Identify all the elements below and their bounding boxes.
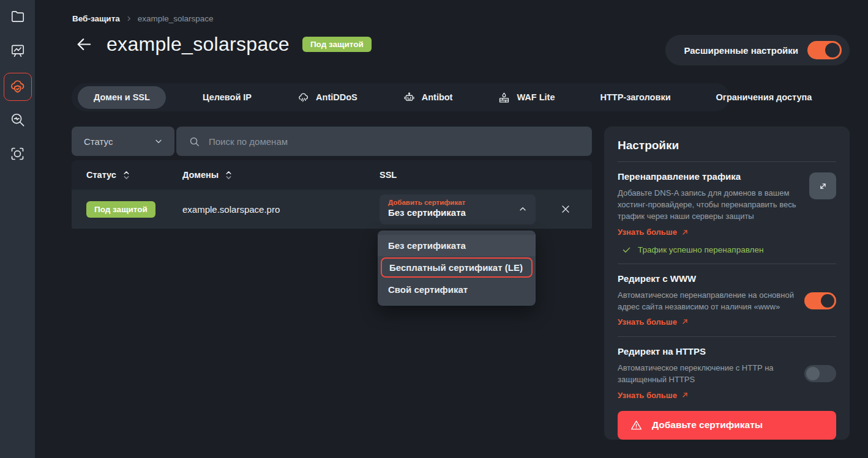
www-redirect-section: Редирект с WWW Автоматическое перенаправ…	[618, 273, 836, 327]
traffic-status: Трафик успешно перенаправлен	[618, 245, 836, 254]
page-header: example_solarspace Под защитой	[75, 33, 372, 56]
tab-access-restrictions[interactable]: Ограничения доступа	[708, 86, 821, 109]
ssl-certificate-select[interactable]: Добавить сертификат Без сертификата	[380, 194, 536, 224]
column-header-ssl: SSL	[380, 170, 553, 180]
sidebar	[0, 0, 35, 458]
settings-title: Настройки	[618, 139, 836, 152]
status-label: Трафик успешно перенаправлен	[638, 245, 763, 254]
ssl-option-no-certificate[interactable]: Без сертификата	[378, 235, 536, 256]
settings-panel: Настройки Перенаправление трафика Добавь…	[604, 127, 850, 440]
section-description: Автоматическое перенаправление на основн…	[618, 289, 803, 312]
row-status-badge: Под защитой	[86, 201, 155, 218]
traffic-redirect-section: Перенаправление трафика Добавьте DNS-A з…	[618, 171, 836, 254]
divider	[618, 264, 836, 264]
status-filter-label: Статус	[84, 136, 113, 147]
expand-button[interactable]	[809, 172, 836, 199]
advanced-settings-toggle[interactable]	[807, 41, 842, 59]
tab-label: Целевой IP	[203, 92, 252, 102]
option-label: Бесплатный сертификат (LE)	[389, 262, 523, 273]
tab-antibot[interactable]: Antibot	[394, 86, 462, 109]
search-icon	[189, 136, 200, 147]
status-filter-select[interactable]: Статус	[72, 127, 174, 156]
learn-more-link[interactable]: Узнать больше	[618, 227, 689, 237]
link-label: Узнать больше	[618, 227, 677, 237]
close-icon	[560, 204, 571, 215]
sidebar-item-analytics-search[interactable]	[9, 110, 27, 128]
robot-icon	[403, 91, 416, 104]
sort-icon[interactable]	[224, 170, 233, 180]
warning-triangle-icon	[630, 419, 643, 432]
column-header-domains[interactable]: Домены	[182, 170, 380, 180]
scan-icon	[9, 146, 26, 162]
ssl-select-value: Без сертификата	[388, 207, 511, 218]
chevron-right-icon	[125, 15, 132, 22]
page-title: example_solarspace	[107, 33, 290, 56]
ssl-option-own-certificate[interactable]: Свой сертификат	[378, 279, 536, 300]
tab-bar: Домен и SSL Целевой IP AntiDDoS Antibot …	[72, 83, 730, 111]
ssl-select-label: Добавить сертификат	[388, 199, 511, 206]
column-label: Статус	[86, 170, 116, 180]
section-title: Перенаправление трафика	[618, 171, 836, 182]
sidebar-item-projects[interactable]	[9, 7, 27, 26]
link-label: Узнать больше	[618, 317, 677, 327]
breadcrumb: Веб-защита example_solarspace	[72, 14, 214, 23]
toggle-knob	[825, 43, 840, 57]
back-button[interactable]	[75, 35, 94, 54]
chevron-up-icon	[518, 204, 528, 214]
divider	[618, 161, 836, 162]
tab-antiddos[interactable]: AntiDDoS	[288, 86, 366, 109]
row-status-cell: Под защитой	[86, 204, 182, 215]
section-description: Добавьте DNS-A запись для доменов в ваше…	[618, 187, 803, 222]
column-label: SSL	[380, 170, 397, 180]
domain-search[interactable]	[176, 127, 592, 156]
folder-icon	[10, 9, 26, 24]
https-redirect-toggle[interactable]	[804, 365, 836, 382]
option-label: Свой сертификат	[388, 284, 468, 295]
sidebar-item-web-protection[interactable]	[4, 73, 32, 101]
add-certificates-button[interactable]: Добавьте сертификаты	[618, 411, 836, 440]
tab-label: Домен и SSL	[94, 92, 150, 102]
chevron-down-icon	[154, 136, 163, 146]
divider	[618, 336, 836, 337]
domains-panel: Статус Статус Домены SSL	[72, 127, 592, 229]
learn-more-link[interactable]: Узнать больше	[618, 391, 689, 400]
toggle-knob	[806, 367, 820, 380]
section-description: Автоматическое переключение с HTTP на за…	[618, 362, 803, 385]
row-domain: example.solarspace.pro	[182, 204, 380, 215]
antiddos-cloud-icon	[297, 91, 310, 104]
ssl-option-free-certificate[interactable]: Бесплатный сертификат (LE)	[381, 257, 533, 278]
firewall-icon	[498, 91, 511, 104]
protection-status-badge: Под защитой	[302, 37, 372, 53]
table-row: Под защитой example.solarspace.pro Добав…	[72, 190, 592, 229]
sort-icon[interactable]	[122, 170, 131, 180]
row-ssl-cell: Добавить сертификат Без сертификата	[380, 194, 553, 224]
tab-label: HTTP-заголовки	[600, 92, 670, 102]
sidebar-item-monitoring[interactable]	[9, 42, 27, 60]
external-link-icon	[681, 391, 689, 399]
tab-target-ip[interactable]: Целевой IP	[194, 86, 260, 109]
column-header-status[interactable]: Статус	[86, 170, 182, 180]
external-link-icon	[681, 318, 689, 325]
www-redirect-toggle[interactable]	[804, 292, 836, 309]
search-input[interactable]	[209, 136, 580, 147]
monitor-chart-icon	[10, 43, 26, 59]
link-label: Узнать больше	[618, 391, 677, 400]
advanced-settings-label: Расширенные настройки	[684, 45, 798, 56]
external-link-icon	[681, 229, 689, 236]
tab-waf-lite[interactable]: WAF Lite	[489, 86, 563, 109]
table-header: Статус Домены SSL	[72, 160, 592, 190]
breadcrumb-root[interactable]: Веб-защита	[72, 14, 120, 23]
filter-row: Статус	[72, 127, 592, 156]
tab-domain-ssl[interactable]: Домен и SSL	[78, 86, 166, 109]
tab-label: WAF Lite	[517, 92, 555, 102]
option-label: Без сертификата	[388, 240, 466, 251]
sidebar-item-scanner[interactable]	[9, 144, 27, 163]
tab-label: Antibot	[422, 92, 453, 102]
cta-label: Добавьте сертификаты	[652, 419, 763, 430]
tab-http-headers[interactable]: HTTP-заголовки	[591, 86, 679, 109]
row-delete-button[interactable]	[556, 200, 575, 218]
ssl-dropdown-menu: Без сертификата Бесплатный сертификат (L…	[378, 231, 536, 306]
learn-more-link[interactable]: Узнать больше	[618, 317, 689, 327]
expand-arrows-icon	[817, 180, 829, 192]
toggle-knob	[821, 294, 834, 308]
